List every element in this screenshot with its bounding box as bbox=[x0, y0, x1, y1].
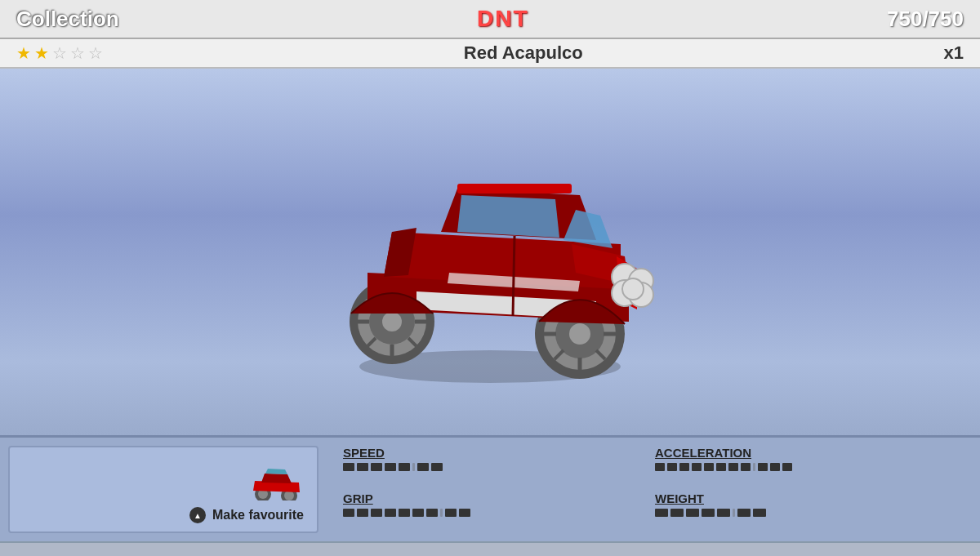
accel-seg-2 bbox=[667, 463, 677, 471]
speed-label: SPEED bbox=[343, 446, 652, 460]
accel-seg-5 bbox=[704, 463, 714, 471]
subheader-bar: ★ ★ ☆ ☆ ☆ Red Acapulco x1 bbox=[0, 39, 980, 69]
accel-seg-1 bbox=[655, 463, 665, 471]
speed-stat: SPEED bbox=[343, 446, 652, 488]
speed-bar-seg-7 bbox=[431, 463, 443, 471]
grip-seg-3 bbox=[371, 509, 382, 517]
grip-seg-2 bbox=[357, 509, 368, 517]
speed-bar-seg-4 bbox=[385, 463, 396, 471]
weight-bar bbox=[655, 509, 964, 517]
grip-gap bbox=[440, 509, 443, 517]
footer-strip bbox=[0, 541, 980, 556]
stats-section: SPEED ACCELERATION bbox=[327, 438, 980, 541]
collection-label: Collection bbox=[16, 7, 119, 32]
mini-car-icon bbox=[247, 460, 304, 500]
grip-seg-5 bbox=[399, 509, 410, 517]
weight-seg-6 bbox=[737, 509, 751, 517]
favourite-button-area[interactable]: ▲ Make favourite bbox=[189, 507, 304, 523]
star-5: ☆ bbox=[88, 43, 103, 63]
weight-seg-5 bbox=[717, 509, 730, 517]
svg-point-45 bbox=[284, 491, 294, 500]
speed-bar-seg-6 bbox=[417, 463, 429, 471]
grip-seg-8 bbox=[445, 509, 457, 517]
star-rating: ★ ★ ☆ ☆ ☆ bbox=[16, 43, 103, 63]
svg-rect-39 bbox=[457, 184, 572, 193]
speed-bar-gap bbox=[412, 463, 415, 471]
speed-bar bbox=[343, 463, 652, 471]
svg-point-16 bbox=[569, 323, 590, 345]
accel-seg-6 bbox=[716, 463, 726, 471]
speed-bar-seg-1 bbox=[343, 463, 354, 471]
grip-seg-7 bbox=[426, 509, 438, 517]
bottom-panel: ▲ Make favourite SPEED bbox=[0, 435, 980, 541]
accel-seg-11 bbox=[782, 463, 792, 471]
acceleration-stat: ACCELERATION bbox=[655, 446, 964, 488]
favourite-section: ▲ Make favourite bbox=[8, 446, 318, 533]
screen: Collection DNT 750/750 ★ ★ ☆ ☆ ☆ Red Aca… bbox=[0, 0, 980, 556]
accel-seg-7 bbox=[728, 463, 738, 471]
accel-seg-3 bbox=[679, 463, 689, 471]
acceleration-bar bbox=[655, 463, 964, 471]
svg-marker-30 bbox=[457, 195, 559, 238]
star-1: ★ bbox=[16, 43, 31, 63]
star-4: ☆ bbox=[70, 43, 85, 63]
weight-seg-4 bbox=[702, 509, 715, 517]
main-display-area bbox=[0, 69, 980, 435]
game-title: DNT bbox=[477, 6, 529, 32]
make-favourite-button[interactable]: ▲ Make favourite bbox=[189, 507, 304, 523]
accel-seg-4 bbox=[692, 463, 702, 471]
svg-marker-48 bbox=[265, 469, 287, 474]
make-favourite-label: Make favourite bbox=[212, 508, 304, 523]
acceleration-label: ACCELERATION bbox=[655, 446, 964, 460]
accel-seg-10 bbox=[770, 463, 780, 471]
svg-marker-47 bbox=[261, 474, 292, 483]
grip-bar bbox=[343, 509, 652, 517]
grip-seg-6 bbox=[412, 509, 424, 517]
speed-bar-seg-5 bbox=[399, 463, 410, 471]
triangle-icon: ▲ bbox=[189, 507, 206, 523]
grip-seg-1 bbox=[343, 509, 354, 517]
car-name: Red Acapulco bbox=[464, 42, 583, 64]
grip-label: GRIP bbox=[343, 492, 652, 505]
accel-seg-9 bbox=[758, 463, 768, 471]
car-display bbox=[286, 105, 694, 399]
star-2: ★ bbox=[34, 43, 49, 63]
svg-point-38 bbox=[622, 278, 644, 300]
accel-gap bbox=[753, 463, 755, 471]
score-display: 750/750 bbox=[887, 7, 964, 32]
header-bar: Collection DNT 750/750 bbox=[0, 0, 980, 39]
car-count: x1 bbox=[944, 42, 964, 64]
weight-seg-7 bbox=[753, 509, 766, 517]
grip-stat: GRIP bbox=[343, 492, 652, 534]
weight-stat: WEIGHT bbox=[655, 492, 964, 534]
svg-point-4 bbox=[382, 312, 402, 331]
speed-bar-seg-2 bbox=[357, 463, 368, 471]
grip-seg-9 bbox=[459, 509, 470, 517]
star-3: ☆ bbox=[52, 43, 67, 63]
weight-gap bbox=[733, 509, 735, 517]
weight-seg-1 bbox=[655, 509, 668, 517]
weight-label: WEIGHT bbox=[655, 492, 964, 505]
car-svg bbox=[286, 113, 694, 391]
svg-line-41 bbox=[513, 236, 514, 316]
weight-seg-3 bbox=[686, 509, 699, 517]
weight-seg-2 bbox=[670, 509, 684, 517]
speed-bar-seg-3 bbox=[371, 463, 382, 471]
grip-seg-4 bbox=[385, 509, 396, 517]
accel-seg-8 bbox=[741, 463, 751, 471]
